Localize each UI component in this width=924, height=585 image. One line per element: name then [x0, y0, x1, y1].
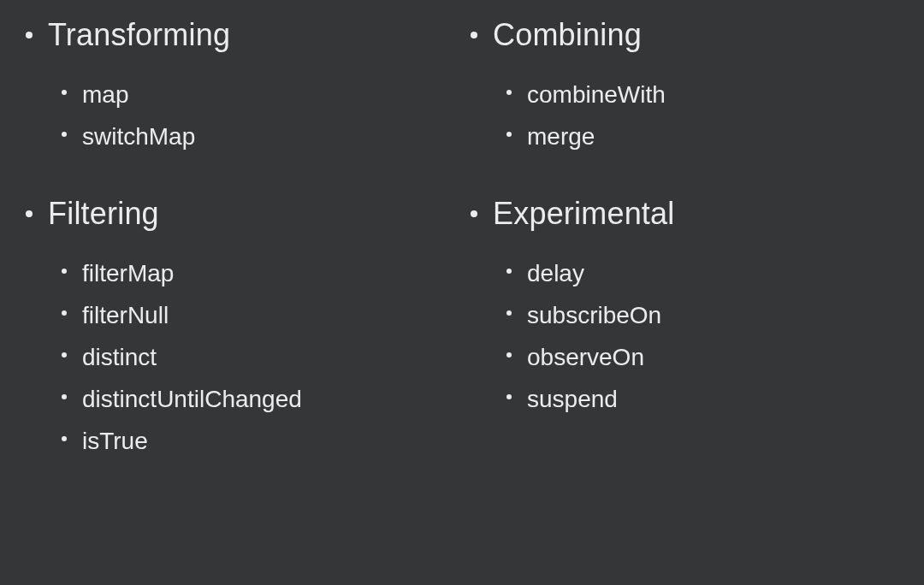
sub-item-label: isTrue	[82, 426, 148, 456]
bullet-icon	[506, 310, 512, 316]
bullet-icon	[62, 394, 67, 399]
list-item: suspend	[506, 384, 907, 414]
list-item: filterMap	[62, 258, 462, 288]
bullet-icon	[26, 210, 33, 217]
list-item: observeOn	[506, 342, 907, 372]
list-item: distinct	[62, 342, 462, 372]
bullet-icon	[62, 352, 67, 358]
sub-list: filterMap filterNull distinct distinctUn…	[17, 234, 462, 456]
sub-item-label: delay	[527, 258, 584, 288]
bullet-icon	[506, 352, 512, 358]
sub-item-label: merge	[527, 121, 595, 151]
sub-item-label: observeOn	[527, 342, 644, 372]
bullet-icon	[26, 32, 33, 38]
sub-item-label: subscribeOn	[527, 300, 661, 330]
list-item: isTrue	[62, 426, 462, 456]
section-transforming: Transforming map switchMap	[17, 15, 462, 194]
sub-item-label: switchMap	[82, 121, 195, 151]
list-item: delay	[506, 258, 907, 288]
section-combining: Combining combineWith merge	[462, 15, 907, 194]
section-title: Filtering	[48, 194, 159, 234]
sub-list: map switchMap	[17, 56, 462, 151]
bullet-icon	[471, 32, 477, 38]
sub-item-label: filterMap	[82, 258, 174, 288]
list-item: map	[62, 80, 462, 109]
outline-grid: Transforming map switchMap Combining com…	[0, 0, 924, 516]
bullet-icon	[506, 269, 512, 274]
bullet-icon	[62, 132, 67, 137]
list-item: switchMap	[62, 121, 462, 151]
sub-item-label: distinctUntilChanged	[82, 384, 302, 414]
bullet-icon	[506, 394, 512, 399]
list-item: filterNull	[62, 300, 462, 330]
sub-item-label: map	[82, 80, 128, 109]
bullet-icon	[506, 132, 512, 137]
section-experimental: Experimental delay subscribeOn observeOn…	[462, 194, 907, 499]
sub-item-label: filterNull	[82, 300, 169, 330]
section-heading: Filtering	[17, 194, 462, 234]
section-title: Experimental	[493, 194, 675, 234]
list-item: subscribeOn	[506, 300, 907, 330]
section-filtering: Filtering filterMap filterNull distinct …	[17, 194, 462, 499]
list-item: combineWith	[506, 80, 907, 109]
sub-list: combineWith merge	[462, 56, 907, 151]
bullet-icon	[62, 90, 67, 95]
sub-list: delay subscribeOn observeOn suspend	[462, 234, 907, 414]
section-heading: Combining	[462, 15, 907, 56]
sub-item-label: distinct	[82, 342, 157, 372]
sub-item-label: combineWith	[527, 80, 666, 109]
sub-item-label: suspend	[527, 384, 618, 414]
bullet-icon	[471, 210, 477, 217]
bullet-icon	[506, 90, 512, 95]
bullet-icon	[62, 310, 67, 316]
section-heading: Experimental	[462, 194, 907, 234]
list-item: distinctUntilChanged	[62, 384, 462, 414]
list-item: merge	[506, 121, 907, 151]
bullet-icon	[62, 436, 67, 441]
bullet-icon	[62, 269, 67, 274]
section-heading: Transforming	[17, 15, 462, 56]
section-title: Combining	[493, 15, 642, 56]
section-title: Transforming	[48, 15, 230, 56]
